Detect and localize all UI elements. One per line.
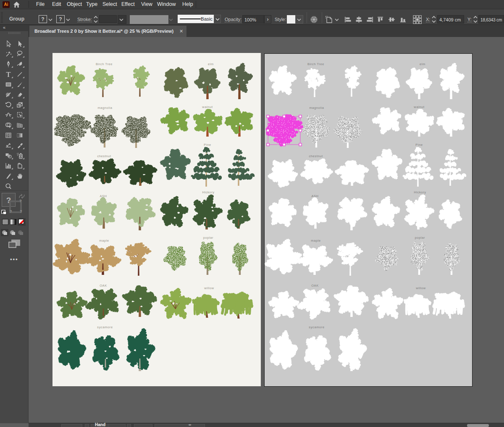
- svg-text:walnut: walnut: [202, 105, 213, 109]
- svg-text:chestnut: chestnut: [97, 154, 111, 158]
- svg-text:Birch Tree: Birch Tree: [307, 62, 324, 66]
- svg-text:ASH: ASH: [311, 194, 318, 198]
- svg-text:maple: maple: [311, 239, 320, 242]
- svg-text:Hickory: Hickory: [202, 190, 214, 194]
- svg-text:sycamore: sycamore: [97, 325, 113, 329]
- svg-text:OAK: OAK: [100, 284, 107, 287]
- svg-text:willow: willow: [415, 286, 426, 290]
- svg-text:OAK: OAK: [311, 284, 319, 287]
- svg-text:elm: elm: [420, 62, 425, 66]
- svg-text:poplar: poplar: [203, 236, 213, 240]
- svg-text:magnolia: magnolia: [97, 106, 112, 110]
- svg-text:Pine: Pine: [415, 143, 423, 147]
- svg-text:sycamore: sycamore: [309, 325, 324, 329]
- svg-text:willow: willow: [204, 286, 214, 290]
- svg-text:Pine: Pine: [204, 143, 211, 147]
- svg-text:walnut: walnut: [413, 105, 425, 109]
- svg-text:poplar: poplar: [415, 236, 425, 240]
- svg-text:ASH: ASH: [100, 194, 107, 198]
- svg-text:elm: elm: [208, 62, 214, 66]
- svg-text:Hickory: Hickory: [414, 190, 426, 194]
- svg-text:maple: maple: [99, 239, 109, 242]
- svg-text:Birch Tree: Birch Tree: [96, 62, 113, 66]
- svg-text:chestnut: chestnut: [309, 154, 323, 158]
- svg-text:magnolia: magnolia: [309, 106, 324, 110]
